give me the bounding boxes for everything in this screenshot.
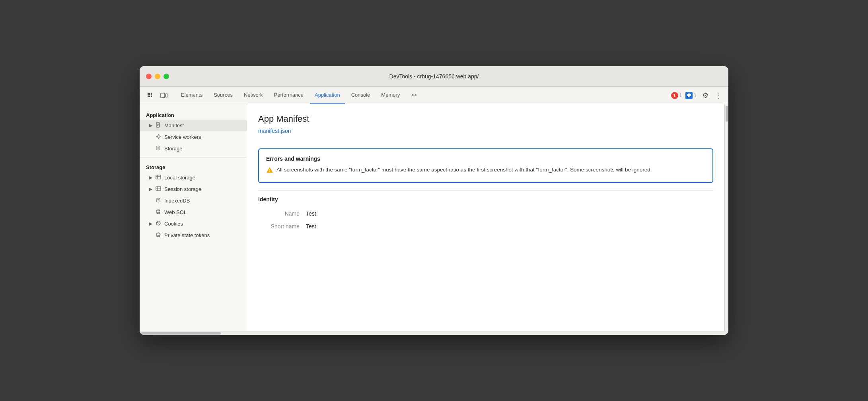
name-value: Test xyxy=(306,207,713,220)
sidebar-application-label: Application xyxy=(140,109,247,120)
svg-rect-1 xyxy=(149,93,150,94)
sidebar-item-session-storage[interactable]: ▶ Session storage xyxy=(140,183,247,195)
sidebar-item-local-storage[interactable]: ▶ Local storage xyxy=(140,172,247,183)
sidebar-item-cookies[interactable]: ▶ Cookies xyxy=(140,218,247,230)
identity-table: Name Test Short name Test xyxy=(258,207,713,233)
svg-point-30 xyxy=(157,201,160,202)
error-text: All screenshots with the same "form_fact… xyxy=(276,166,652,174)
settings-icon[interactable]: ⚙ xyxy=(700,90,711,101)
svg-rect-21 xyxy=(156,175,161,179)
tab-network[interactable]: Network xyxy=(239,87,268,104)
tab-sources[interactable]: Sources xyxy=(209,87,237,104)
error-box-title: Errors and warnings xyxy=(266,156,705,162)
svg-rect-5 xyxy=(151,94,152,95)
svg-rect-6 xyxy=(148,96,149,97)
content-panel: App Manifest manifest.json Errors and wa… xyxy=(247,104,724,331)
svg-point-27 xyxy=(157,198,160,199)
bottom-scrollbar[interactable] xyxy=(140,331,728,335)
minimize-button[interactable] xyxy=(155,74,160,79)
sidebar-item-manifest[interactable]: ▶ Manifest xyxy=(140,120,247,131)
svg-point-16 xyxy=(158,136,159,137)
tab-application[interactable]: Application xyxy=(310,87,345,104)
devtools-window: DevTools - crbug-1476656.web.app/ xyxy=(140,66,728,335)
toolbar-right: 1 1 💬 1 ⚙ ⋮ xyxy=(671,90,724,101)
error-warnings-box: Errors and warnings ! All screenshots wi… xyxy=(258,148,713,183)
svg-point-35 xyxy=(156,221,160,225)
sidebar-storage-label: Storage xyxy=(140,161,247,172)
cylinder-app-icon xyxy=(156,145,161,152)
sidebar-item-service-workers[interactable]: Service workers xyxy=(140,131,247,143)
cylinder-indexeddb-icon xyxy=(156,197,161,204)
warning-icon: ! xyxy=(266,166,273,176)
local-storage-arrow-icon: ▶ xyxy=(149,175,152,180)
file-icon xyxy=(156,122,161,129)
sidebar-item-indexeddb[interactable]: IndexedDB xyxy=(140,195,247,206)
svg-point-31 xyxy=(157,210,160,211)
cookies-arrow-icon: ▶ xyxy=(149,221,152,226)
svg-rect-3 xyxy=(148,94,149,95)
right-scrollbar-thumb xyxy=(726,106,728,122)
cylinder-websql-icon xyxy=(156,209,161,216)
session-storage-arrow-icon: ▶ xyxy=(149,187,152,192)
svg-rect-8 xyxy=(151,96,152,97)
manifest-link[interactable]: manifest.json xyxy=(258,128,291,134)
svg-text:!: ! xyxy=(269,168,270,173)
maximize-button[interactable] xyxy=(163,74,169,79)
tab-elements[interactable]: Elements xyxy=(176,87,207,104)
sidebar-item-storage-app[interactable]: Storage xyxy=(140,143,247,154)
sidebar-item-private-tokens[interactable]: Private state tokens xyxy=(140,230,247,241)
error-badge[interactable]: 1 1 xyxy=(671,92,682,99)
svg-rect-10 xyxy=(165,94,167,97)
svg-point-37 xyxy=(158,224,159,224)
svg-point-20 xyxy=(157,149,160,150)
svg-rect-0 xyxy=(148,93,149,94)
close-button[interactable] xyxy=(146,74,152,79)
tab-console[interactable]: Console xyxy=(346,87,375,104)
svg-point-34 xyxy=(157,212,160,214)
gear-icon xyxy=(156,134,161,140)
svg-point-42 xyxy=(157,236,160,237)
device-icon[interactable] xyxy=(158,90,170,101)
short-name-label: Short name xyxy=(258,220,306,233)
svg-point-39 xyxy=(157,233,160,234)
cylinder-tokens-icon xyxy=(156,232,161,239)
toolbar: Elements Sources Network Performance App… xyxy=(140,87,728,104)
titlebar: DevTools - crbug-1476656.web.app/ xyxy=(140,66,728,87)
table-session-icon xyxy=(156,186,161,193)
svg-point-17 xyxy=(157,146,160,147)
window-title: DevTools - crbug-1476656.web.app/ xyxy=(389,73,479,80)
cookie-icon xyxy=(156,220,161,227)
name-label: Name xyxy=(258,207,306,220)
page-title: App Manifest xyxy=(258,114,713,124)
cursor-icon[interactable] xyxy=(144,90,156,101)
svg-point-36 xyxy=(157,222,158,223)
bottom-scrollbar-thumb xyxy=(141,332,221,335)
toolbar-icons xyxy=(144,90,170,101)
svg-point-38 xyxy=(159,222,160,223)
svg-rect-24 xyxy=(156,187,161,191)
info-badge[interactable]: 💬 1 xyxy=(685,92,697,99)
svg-rect-4 xyxy=(149,94,150,95)
info-icon: 💬 xyxy=(685,92,693,99)
right-scrollbar[interactable] xyxy=(724,104,728,331)
tab-memory[interactable]: Memory xyxy=(376,87,405,104)
error-item: ! All screenshots with the same "form_fa… xyxy=(266,166,705,176)
svg-rect-2 xyxy=(151,93,152,94)
svg-rect-7 xyxy=(149,96,150,97)
sidebar-divider xyxy=(140,158,247,158)
identity-section-title: Identity xyxy=(258,190,713,207)
more-icon[interactable]: ⋮ xyxy=(714,91,724,100)
tab-more[interactable]: >> xyxy=(406,87,422,104)
manifest-arrow-icon: ▶ xyxy=(149,123,152,128)
short-name-value: Test xyxy=(306,220,713,233)
error-icon: 1 xyxy=(671,92,678,99)
tab-performance[interactable]: Performance xyxy=(269,87,308,104)
table-local-icon xyxy=(156,174,161,181)
sidebar-item-websql[interactable]: Web SQL xyxy=(140,206,247,218)
sidebar: Application ▶ Manifest xyxy=(140,104,247,331)
traffic-lights xyxy=(146,74,169,79)
